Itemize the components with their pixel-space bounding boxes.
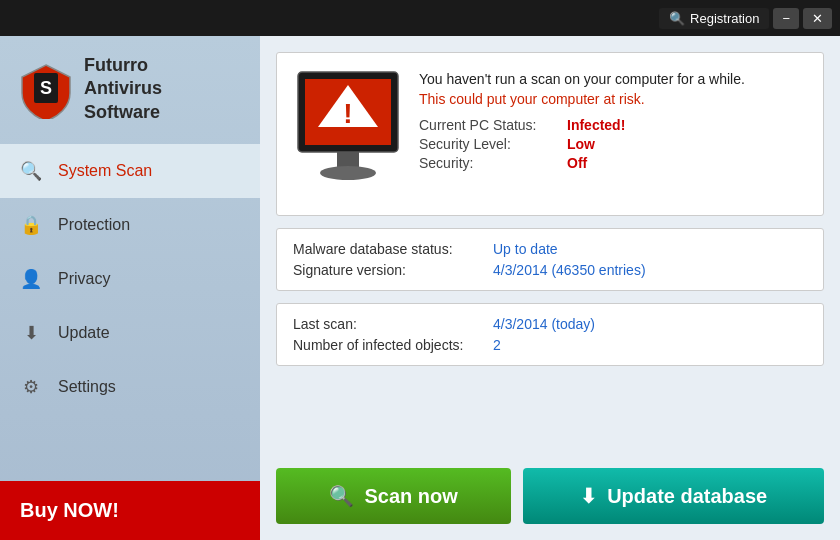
alert-text-area: You haven't run a scan on your computer … xyxy=(419,67,807,174)
status-row-security: Security: Off xyxy=(419,155,807,171)
registration-button[interactable]: 🔍 Registration xyxy=(659,8,769,29)
main-layout: S Futurro Antivirus Software 🔍 System Sc… xyxy=(0,36,840,540)
person-icon: 👤 xyxy=(20,268,42,290)
scan-icon: 🔍 xyxy=(329,484,354,508)
alert-main-message: You haven't run a scan on your computer … xyxy=(419,71,807,87)
database-panel: Malware database status: Up to date Sign… xyxy=(276,228,824,291)
sidebar-label-update: Update xyxy=(58,324,110,342)
minimize-button[interactable]: − xyxy=(773,8,799,29)
registration-label: Registration xyxy=(690,11,759,26)
monitor-graphic: ! xyxy=(293,67,403,201)
sidebar-item-settings[interactable]: ⚙ Settings xyxy=(0,360,260,414)
status-table: Current PC Status: Infected! Security Le… xyxy=(419,117,807,171)
last-scan-value: 4/3/2014 (today) xyxy=(493,316,595,332)
status-value-off: Off xyxy=(567,155,587,171)
sidebar-item-update[interactable]: ⬇ Update xyxy=(0,306,260,360)
sidebar-label-privacy: Privacy xyxy=(58,270,110,288)
scan-now-button[interactable]: 🔍 Scan now xyxy=(276,468,511,524)
sidebar-label-protection: Protection xyxy=(58,216,130,234)
last-scan-row: Last scan: 4/3/2014 (today) xyxy=(293,316,807,332)
status-label-pc: Current PC Status: xyxy=(419,117,559,133)
sidebar-nav: 🔍 System Scan 🔒 Protection 👤 Privacy ⬇ U… xyxy=(0,144,260,481)
alert-box: ! You haven't run a scan on your compute… xyxy=(276,52,824,216)
signature-row: Signature version: 4/3/2014 (46350 entri… xyxy=(293,262,807,278)
sidebar-item-protection[interactable]: 🔒 Protection xyxy=(0,198,260,252)
svg-text:S: S xyxy=(40,78,52,98)
search-icon: 🔍 xyxy=(669,11,685,26)
logo-area: S Futurro Antivirus Software xyxy=(0,36,260,144)
update-database-label: Update database xyxy=(607,485,767,508)
gear-icon: ⚙ xyxy=(20,376,42,398)
svg-text:!: ! xyxy=(343,98,352,129)
download-icon: ⬇ xyxy=(20,322,42,344)
close-button[interactable]: ✕ xyxy=(803,8,832,29)
scan-info-panel: Last scan: 4/3/2014 (today) Number of in… xyxy=(276,303,824,366)
infected-objects-value: 2 xyxy=(493,337,501,353)
buy-now-button[interactable]: Buy NOW! xyxy=(0,481,260,540)
content-area: ! You haven't run a scan on your compute… xyxy=(260,36,840,540)
close-label: ✕ xyxy=(812,11,823,26)
infected-objects-label: Number of infected objects: xyxy=(293,337,493,353)
status-value-infected: Infected! xyxy=(567,117,625,133)
status-row-infected: Current PC Status: Infected! xyxy=(419,117,807,133)
download-icon: ⬇ xyxy=(580,484,597,508)
svg-point-7 xyxy=(320,166,376,180)
logo-text: Futurro Antivirus Software xyxy=(84,54,162,124)
svg-rect-6 xyxy=(337,152,359,168)
sidebar-item-privacy[interactable]: 👤 Privacy xyxy=(0,252,260,306)
sidebar: S Futurro Antivirus Software 🔍 System Sc… xyxy=(0,36,260,540)
buttons-row: 🔍 Scan now ⬇ Update database xyxy=(276,468,824,524)
update-database-button[interactable]: ⬇ Update database xyxy=(523,468,824,524)
signature-label: Signature version: xyxy=(293,262,493,278)
buy-now-label: Buy NOW! xyxy=(20,499,119,521)
alert-risk-message: This could put your computer at risk. xyxy=(419,91,807,107)
search-icon: 🔍 xyxy=(20,160,42,182)
malware-status-label: Malware database status: xyxy=(293,241,493,257)
sidebar-label-settings: Settings xyxy=(58,378,116,396)
logo-shield: S xyxy=(20,63,72,115)
last-scan-label: Last scan: xyxy=(293,316,493,332)
malware-status-row: Malware database status: Up to date xyxy=(293,241,807,257)
status-row-security-level: Security Level: Low xyxy=(419,136,807,152)
scan-now-label: Scan now xyxy=(364,485,457,508)
minimize-label: − xyxy=(782,11,790,26)
infected-objects-row: Number of infected objects: 2 xyxy=(293,337,807,353)
sidebar-label-system-scan: System Scan xyxy=(58,162,152,180)
signature-value: 4/3/2014 (46350 entries) xyxy=(493,262,646,278)
lock-icon: 🔒 xyxy=(20,214,42,236)
malware-status-value: Up to date xyxy=(493,241,558,257)
status-label-security: Security: xyxy=(419,155,559,171)
status-value-low: Low xyxy=(567,136,595,152)
title-bar: 🔍 Registration − ✕ xyxy=(0,0,840,36)
status-label-security-level: Security Level: xyxy=(419,136,559,152)
sidebar-item-system-scan[interactable]: 🔍 System Scan xyxy=(0,144,260,198)
